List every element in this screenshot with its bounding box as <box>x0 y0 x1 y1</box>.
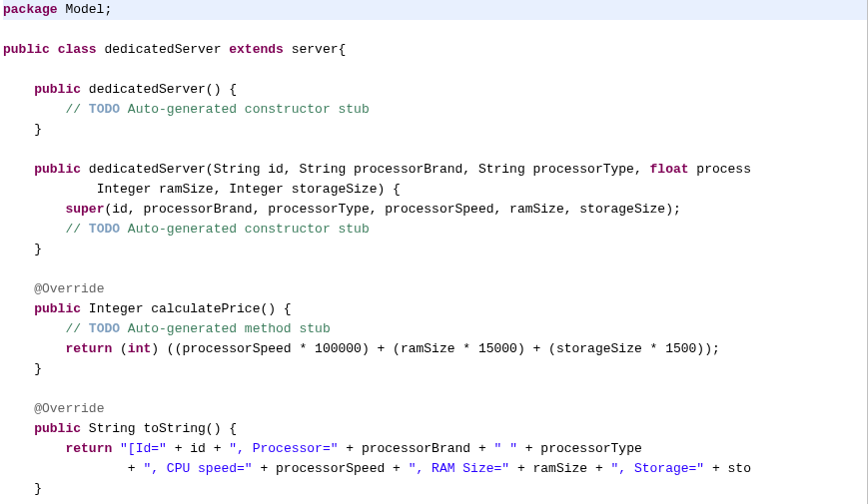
code-line-21: @Override <box>3 399 868 419</box>
comment-text: Auto-generated constructor stub <box>120 102 370 117</box>
blank-line <box>3 20 868 40</box>
code-line-25: } <box>3 479 868 499</box>
code-line-15: @Override <box>3 279 868 299</box>
text: dedicatedServer() { <box>81 82 237 97</box>
blank-line <box>3 259 868 279</box>
code-line-18: return (int) ((processorSpeed * 100000) … <box>3 339 868 359</box>
blank-line <box>3 140 868 160</box>
keyword-return: return <box>65 341 112 356</box>
blank-line <box>3 379 868 399</box>
string-literal: ", Storage=" <box>611 461 705 476</box>
keyword-extends: extends <box>229 42 284 57</box>
code-line-17: // TODO Auto-generated method stub <box>3 319 868 339</box>
keyword-public: public <box>3 42 50 57</box>
text: server{ <box>284 42 346 57</box>
string-literal: ", RAM Size=" <box>409 461 509 476</box>
todo-tag: TODO <box>89 321 120 336</box>
annotation-override: @Override <box>34 401 104 416</box>
text: process <box>689 162 751 177</box>
text: Integer calculatePrice() { <box>81 301 292 316</box>
code-line-1: package Model; <box>3 0 868 20</box>
string-literal: ", Processor=" <box>229 441 338 456</box>
keyword-int: int <box>128 341 151 356</box>
text: (id, processorBrand, processorType, proc… <box>104 202 680 217</box>
code-line-13: } <box>3 240 868 259</box>
code-line-5: public dedicatedServer() { <box>3 80 868 100</box>
code-line-6: // TODO Auto-generated constructor stub <box>3 100 868 120</box>
todo-tag: TODO <box>89 102 120 117</box>
code-line-7: } <box>3 120 868 140</box>
text: dedicatedServer(String id, String proces… <box>81 162 650 177</box>
comment-slash: // <box>65 102 88 117</box>
keyword-public: public <box>34 162 81 177</box>
text: } <box>34 481 42 496</box>
keyword-public: public <box>34 82 81 97</box>
text: } <box>34 122 42 137</box>
code-line-3: public class dedicatedServer extends ser… <box>3 40 868 60</box>
keyword-public: public <box>34 301 81 316</box>
comment-slash: // <box>65 222 88 237</box>
comment-text: Auto-generated method stub <box>120 321 331 336</box>
code-line-12: // TODO Auto-generated constructor stub <box>3 220 868 240</box>
code-line-9: public dedicatedServer(String id, String… <box>3 160 868 180</box>
keyword-public: public <box>34 421 81 436</box>
text: ) ((processorSpeed * 100000) + (ramSize … <box>151 341 720 356</box>
code-line-22: public String toString() { <box>3 419 868 439</box>
code-line-23: return "[Id=" + id + ", Processor=" + pr… <box>3 439 868 459</box>
text: } <box>34 242 42 256</box>
comment-slash: // <box>65 321 88 336</box>
code-editor[interactable]: package Model; public class dedicatedSer… <box>3 0 868 499</box>
text: String toString() { <box>81 421 237 436</box>
text: Model; <box>58 2 113 17</box>
keyword-class: class <box>58 42 97 57</box>
code-line-19: } <box>3 359 868 379</box>
keyword-return: return <box>65 441 112 456</box>
todo-tag: TODO <box>89 222 120 237</box>
code-line-24: + ", CPU speed=" + processorSpeed + ", R… <box>3 459 868 479</box>
keyword-super: super <box>65 202 104 217</box>
comment-text: Auto-generated constructor stub <box>120 222 370 237</box>
code-line-16: public Integer calculatePrice() { <box>3 299 868 319</box>
code-line-10: Integer ramSize, Integer storageSize) { <box>3 180 868 200</box>
string-literal: ", CPU speed=" <box>143 461 252 476</box>
keyword-float: float <box>650 162 689 177</box>
text: dedicatedServer <box>97 42 230 57</box>
text: } <box>34 361 42 376</box>
keyword-package: package <box>3 2 58 17</box>
text: ( <box>112 341 128 356</box>
annotation-override: @Override <box>34 281 104 296</box>
string-literal: "[Id=" <box>120 441 167 456</box>
string-literal: " " <box>494 441 517 456</box>
code-line-11: super(id, processorBrand, processorType,… <box>3 200 868 220</box>
text: Integer ramSize, Integer storageSize) { <box>97 182 401 197</box>
blank-line <box>3 60 868 80</box>
